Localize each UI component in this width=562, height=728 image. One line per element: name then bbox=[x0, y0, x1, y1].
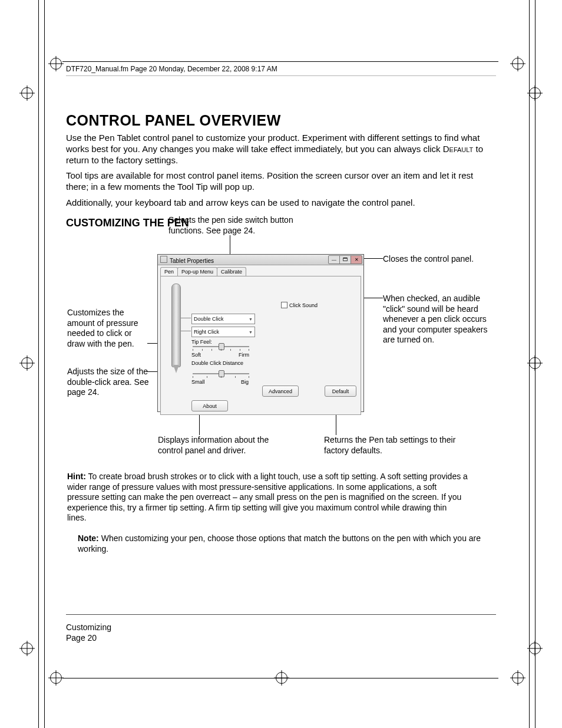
footer-section: Customizing bbox=[66, 622, 111, 633]
note-text: When customizing your pen, choose those … bbox=[78, 533, 481, 554]
callout-closes: Closes the control panel. bbox=[383, 254, 501, 265]
connector-line bbox=[180, 331, 191, 331]
registration-mark-icon bbox=[512, 672, 524, 684]
app-icon bbox=[160, 256, 167, 263]
connector-line bbox=[363, 258, 383, 259]
intro-text-a: Use the Pen Tablet control panel to cust… bbox=[66, 133, 480, 154]
tab-pen[interactable]: Pen bbox=[160, 267, 178, 276]
minimize-button[interactable]: — bbox=[328, 255, 340, 264]
about-button[interactable]: About bbox=[191, 400, 228, 411]
click-sound-checkbox[interactable]: Click Sound bbox=[281, 302, 318, 308]
callout-default: Returns the Pen tab settings to their fa… bbox=[324, 435, 471, 456]
default-word: Default bbox=[443, 144, 474, 154]
intro-paragraph: Use the Pen Tablet control panel to cust… bbox=[66, 133, 496, 166]
crop-line bbox=[62, 678, 498, 678]
hint-paragraph: Hint: To create broad brush strokes or t… bbox=[67, 472, 468, 523]
registration-mark-icon bbox=[21, 643, 33, 654]
dialog-title: Tablet Properties bbox=[170, 258, 214, 264]
crop-line bbox=[44, 0, 45, 728]
callout-double-click-distance: Adjusts the size of the double-click are… bbox=[67, 367, 150, 398]
checkbox-icon bbox=[281, 302, 287, 308]
crop-line bbox=[62, 61, 498, 62]
big-label: Big bbox=[241, 379, 249, 385]
page-footer: Customizing Page 20 bbox=[66, 622, 111, 643]
double-click-distance-slider[interactable] bbox=[193, 372, 249, 375]
lower-switch-dropdown[interactable]: Right Click▼ bbox=[191, 327, 255, 337]
registration-mark-icon bbox=[21, 357, 33, 369]
small-label: Small bbox=[191, 379, 205, 385]
default-button[interactable]: Default bbox=[325, 386, 356, 397]
dropdown-value: Double Click bbox=[194, 316, 224, 322]
pen-tip-icon bbox=[173, 365, 179, 373]
dropdown-value: Right Click bbox=[194, 329, 219, 335]
connector-line bbox=[180, 318, 191, 318]
upper-switch-dropdown[interactable]: Double Click▼ bbox=[191, 314, 255, 324]
registration-mark-icon bbox=[21, 87, 33, 99]
tab-popup-menu[interactable]: Pop-up Menu bbox=[177, 267, 217, 276]
registration-mark-icon bbox=[50, 672, 62, 684]
advanced-button[interactable]: Advanced bbox=[262, 386, 299, 397]
soft-label: Soft bbox=[191, 352, 201, 358]
hint-label: Hint: bbox=[67, 472, 86, 481]
maximize-button[interactable]: 🗖 bbox=[339, 255, 351, 264]
pen-illustration bbox=[171, 284, 181, 367]
callout-side-switch: Selects the pen side switch button funct… bbox=[168, 215, 322, 236]
callout-tip-feel: Customizes the amount of pressure needed… bbox=[67, 308, 150, 349]
registration-mark-icon bbox=[529, 357, 541, 369]
connector-line bbox=[199, 411, 200, 435]
registration-mark-icon bbox=[50, 58, 62, 70]
click-sound-label: Click Sound bbox=[289, 302, 318, 308]
crop-line bbox=[38, 0, 39, 728]
registration-mark-icon bbox=[512, 58, 524, 70]
chevron-down-icon: ▼ bbox=[249, 317, 253, 321]
header-rule bbox=[66, 75, 496, 76]
registration-mark-icon bbox=[529, 643, 541, 654]
dialog-titlebar: Tablet Properties — 🗖 ✕ bbox=[158, 255, 363, 265]
tooltip-paragraph: Tool tips are available for most control… bbox=[66, 170, 496, 193]
page-title: CONTROL PANEL OVERVIEW bbox=[66, 112, 496, 129]
double-click-distance-label: Double Click Distance bbox=[191, 360, 243, 366]
tab-calibrate[interactable]: Calibrate bbox=[217, 267, 246, 276]
running-header: DTF720_Manual.fm Page 20 Monday, Decembe… bbox=[66, 65, 277, 73]
tip-feel-label: Tip Feel: bbox=[191, 339, 212, 345]
connector-line bbox=[230, 235, 230, 255]
close-button[interactable]: ✕ bbox=[351, 255, 362, 264]
firm-label: Firm bbox=[239, 352, 249, 358]
tablet-properties-dialog: Tablet Properties — 🗖 ✕ Pen Pop-up Menu … bbox=[157, 254, 364, 412]
callout-about: Displays information about the control p… bbox=[158, 435, 287, 456]
hint-text: To create broad brush strokes or to clic… bbox=[67, 472, 468, 522]
keyboard-paragraph: Additionally, your keyboard tab and arro… bbox=[66, 197, 496, 209]
note-paragraph: Note: When customizing your pen, choose … bbox=[78, 533, 490, 554]
tip-feel-slider[interactable] bbox=[193, 345, 249, 348]
note-label: Note: bbox=[78, 533, 99, 543]
registration-mark-icon bbox=[529, 87, 541, 99]
chevron-down-icon: ▼ bbox=[249, 330, 253, 334]
footer-page: Page 20 bbox=[66, 633, 111, 643]
footer-rule bbox=[66, 614, 496, 615]
pen-panel: Click Sound Double Click▼ Right Click▼ T… bbox=[160, 276, 361, 415]
callout-click-sound: When checked, an audible "click" sound w… bbox=[383, 294, 501, 345]
